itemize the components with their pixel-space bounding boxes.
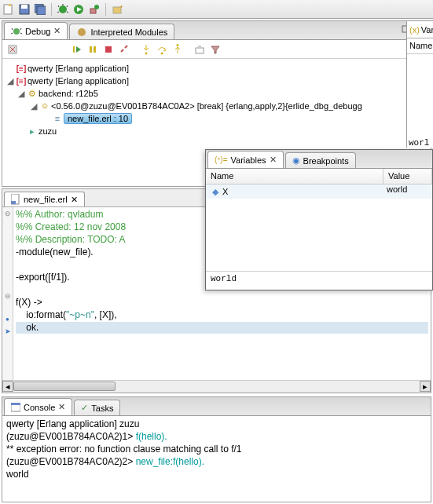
svg-rect-3 xyxy=(21,5,28,9)
variables-icon: (ˣ)= xyxy=(215,155,228,164)
svg-text:+: + xyxy=(119,4,123,10)
svg-point-14 xyxy=(78,28,86,36)
editor-tab-newfile[interactable]: new_file.erl ✕ xyxy=(4,192,85,206)
svg-rect-27 xyxy=(196,48,204,53)
svg-rect-23 xyxy=(105,46,112,53)
erl-file-icon xyxy=(11,194,20,205)
collapse-icon[interactable]: ◢ xyxy=(6,76,15,86)
collapse-icon[interactable]: ◢ xyxy=(29,101,39,111)
fold-collapse-icon[interactable]: ⊖ xyxy=(5,292,11,300)
process-icon: ⛭ xyxy=(39,101,51,111)
svg-rect-31 xyxy=(11,201,16,204)
column-header-name-partial[interactable]: Name xyxy=(407,38,433,54)
console-area: Console ✕ ✓ Tasks qwerty [Erlang applica… xyxy=(2,396,431,502)
tree-item-stackframe[interactable]: ≡ new_file.erl : 10 xyxy=(2,112,431,125)
tab-debug-label: Debug xyxy=(25,27,50,36)
resume-icon[interactable] xyxy=(70,42,84,57)
variable-row[interactable]: ◆X world xyxy=(206,184,432,199)
svg-point-13 xyxy=(13,28,20,35)
debug-icon[interactable] xyxy=(56,2,70,16)
svg-point-24 xyxy=(145,52,148,54)
suspend-icon[interactable] xyxy=(86,42,100,57)
tab-variables-partial[interactable]: (x) Var xyxy=(407,21,433,38)
tree-item-terminated-app[interactable]: [≡] qwerty [Erlang application] xyxy=(2,62,431,75)
tree-item-backend[interactable]: ◢ ⚙ backend: r12b5 xyxy=(2,87,431,100)
tasks-icon: ✓ xyxy=(81,403,88,413)
close-icon[interactable]: ✕ xyxy=(58,402,65,412)
remove-terminated-icon[interactable] xyxy=(6,42,20,57)
variables-panel: (ˣ)= Variables ✕ ◉ Breakpoints Name Valu… xyxy=(205,149,433,290)
scroll-thumb[interactable] xyxy=(13,382,116,391)
tab-console[interactable]: Console ✕ xyxy=(4,398,72,415)
console-tab-strip: Console ✕ ✓ Tasks xyxy=(2,397,431,416)
erlang-app-icon: [≡] xyxy=(15,64,28,73)
tab-tasks[interactable]: ✓ Tasks xyxy=(74,400,120,415)
close-icon[interactable]: ✕ xyxy=(71,195,78,205)
console-text[interactable]: qwerty [Erlang application] zuzu (zuzu@E… xyxy=(2,416,431,502)
scroll-right-icon[interactable]: ▸ xyxy=(420,381,431,392)
variables-icon: (x) xyxy=(409,25,420,35)
run-icon[interactable] xyxy=(72,2,86,16)
save-all-icon[interactable] xyxy=(33,2,47,16)
svg-point-26 xyxy=(177,44,179,46)
svg-rect-21 xyxy=(90,46,92,53)
module-icon xyxy=(76,27,87,38)
tree-item-node[interactable]: ▸ zuzu xyxy=(2,125,431,137)
breakpoint-icon[interactable]: ● xyxy=(6,316,9,323)
step-into-icon[interactable] xyxy=(139,42,153,57)
tree-item-app[interactable]: ◢ [≡] qwerty [Erlang application] xyxy=(2,75,431,87)
tab-breakpoints[interactable]: ◉ Breakpoints xyxy=(285,152,356,168)
stackframe-icon: ≡ xyxy=(51,114,64,123)
svg-rect-19 xyxy=(73,46,75,53)
variables-table-header: Name Value xyxy=(206,169,432,184)
svg-point-25 xyxy=(161,52,163,54)
horizontal-scrollbar[interactable]: ◂ ▸ xyxy=(2,380,431,393)
debug-toolbar xyxy=(2,40,431,59)
current-line-icon: ➤ xyxy=(5,327,11,335)
variable-detail: world xyxy=(206,271,432,290)
debug-tab-strip: Debug ✕ Interpreted Modules xyxy=(2,21,431,40)
value-fragment: worl xyxy=(407,138,433,148)
new-package-icon[interactable]: + xyxy=(110,2,124,16)
svg-marker-28 xyxy=(211,46,219,53)
svg-rect-33 xyxy=(11,403,20,405)
svg-rect-9 xyxy=(90,9,96,13)
breakpoints-icon: ◉ xyxy=(292,155,300,166)
tab-variables[interactable]: (ˣ)= Variables ✕ xyxy=(207,151,284,168)
right-partial-variables-view: (x) Var Name worl xyxy=(406,20,433,148)
variables-tab-strip: (ˣ)= Variables ✕ ◉ Breakpoints xyxy=(206,150,432,169)
fold-collapse-icon[interactable]: ⊖ xyxy=(5,210,11,217)
svg-rect-5 xyxy=(37,6,46,15)
step-return-icon[interactable] xyxy=(171,42,185,57)
svg-rect-1 xyxy=(9,4,11,6)
close-icon[interactable]: ✕ xyxy=(53,26,61,36)
tab-interpreted-modules[interactable]: Interpreted Modules xyxy=(69,24,174,39)
tab-modules-label: Interpreted Modules xyxy=(90,27,167,37)
drop-to-frame-icon[interactable] xyxy=(193,42,207,57)
column-header-name[interactable]: Name xyxy=(206,169,383,184)
tab-debug[interactable]: Debug ✕ xyxy=(4,22,68,39)
ide-toolbar: + xyxy=(0,0,433,19)
scroll-left-icon[interactable]: ◂ xyxy=(2,381,13,392)
editor-gutter[interactable]: ⊖ ⊖ ● ➤ xyxy=(2,207,13,380)
bug-icon xyxy=(11,26,22,37)
svg-rect-22 xyxy=(94,46,96,53)
step-over-icon[interactable] xyxy=(155,42,169,57)
column-header-value[interactable]: Value xyxy=(383,169,432,184)
variable-icon: ◆ xyxy=(212,187,218,197)
variables-table[interactable]: ◆X world xyxy=(206,184,432,271)
save-icon[interactable] xyxy=(17,2,31,16)
launch-icon[interactable] xyxy=(87,2,101,16)
collapse-icon[interactable]: ◢ xyxy=(17,89,26,99)
erlang-app-icon: [≡] xyxy=(15,77,28,86)
console-icon xyxy=(11,403,20,412)
use-step-filters-icon[interactable] xyxy=(208,42,222,57)
node-icon: ▸ xyxy=(26,126,39,137)
tree-item-process[interactable]: ◢ ⛭ <0.56.0@zuzu@EV001B784AC0A2> [break]… xyxy=(2,100,431,112)
svg-point-10 xyxy=(94,5,99,9)
close-icon[interactable]: ✕ xyxy=(270,155,277,165)
svg-point-6 xyxy=(59,5,67,13)
new-menu-icon[interactable] xyxy=(2,2,16,16)
disconnect-icon[interactable] xyxy=(117,42,131,57)
terminate-icon[interactable] xyxy=(101,42,116,57)
